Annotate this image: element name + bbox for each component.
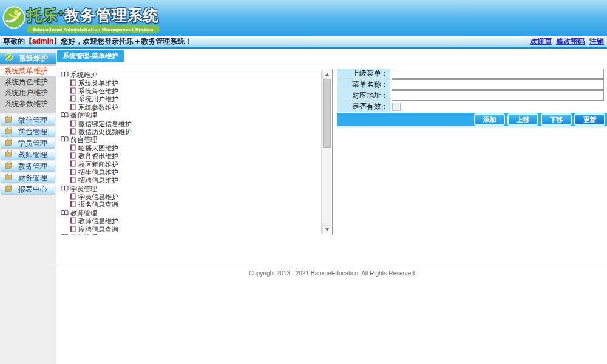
tree-node[interactable]: 系统菜单维护 bbox=[61, 79, 332, 87]
form-action-button[interactable]: 上移 bbox=[507, 113, 538, 126]
tree-node[interactable]: 系统用户维护 bbox=[61, 95, 332, 103]
form-row-active: 是否有效： bbox=[337, 101, 607, 112]
tree-node[interactable]: 校区新闻维护 bbox=[61, 160, 332, 168]
tree-scrollbar[interactable] bbox=[321, 70, 331, 234]
book-icon bbox=[69, 177, 76, 184]
main-content: 系统管理-菜单维护 bbox=[56, 49, 607, 364]
tab-menu-maintenance[interactable]: 系统管理-菜单维护 bbox=[57, 50, 124, 62]
sidebar-section-item[interactable]: 教师管理 bbox=[1, 150, 55, 160]
logo-title-green: 托乐 bbox=[27, 7, 58, 24]
book-icon bbox=[69, 128, 76, 136]
sidebar-submenu-item[interactable]: 系统角色维护 bbox=[0, 76, 56, 87]
welcome-prefix: 尊敬的【 bbox=[3, 37, 32, 46]
menu-tree-panel: 系统维护 bbox=[58, 69, 333, 235]
open-book-icon bbox=[61, 234, 69, 235]
sidebar-submenu-item[interactable]: 系统菜单维护 bbox=[0, 66, 56, 76]
tree-node[interactable]: 系统维护 bbox=[61, 71, 332, 79]
sidebar-submenu-item[interactable]: 系统用户维护 bbox=[0, 87, 56, 98]
tree-node[interactable]: 系统角色维护 bbox=[61, 87, 332, 95]
book-icon bbox=[69, 226, 76, 234]
tree-node[interactable]: 学员管理 bbox=[61, 184, 332, 192]
header-link[interactable]: 修改密码 bbox=[556, 37, 585, 46]
scroll-up-icon[interactable] bbox=[322, 70, 331, 79]
menu-tree: 系统维护 bbox=[58, 69, 332, 235]
sidebar-section-item[interactable]: 教务管理 bbox=[1, 161, 55, 171]
leaf-icon bbox=[5, 53, 13, 63]
sidebar-submenu: 系统菜单维护系统角色维护系统用户维护系统参数维护 bbox=[0, 64, 56, 113]
scrollbar-thumb[interactable] bbox=[323, 79, 331, 148]
sidebar-section-item[interactable]: 报表中心 bbox=[1, 184, 55, 194]
book-icon bbox=[69, 152, 76, 160]
menu-name-input[interactable] bbox=[392, 79, 604, 90]
tree-node[interactable]: 招生信息维护 bbox=[61, 169, 332, 177]
tree-node[interactable]: 学员信息维护 bbox=[61, 193, 332, 201]
welcome-username: admin bbox=[32, 37, 53, 46]
book-icon bbox=[69, 144, 76, 152]
scroll-down-icon[interactable] bbox=[322, 225, 331, 234]
url-input[interactable] bbox=[392, 90, 604, 101]
open-book-icon bbox=[61, 112, 69, 120]
open-book-icon bbox=[61, 71, 69, 79]
sidebar-section-system-maintenance[interactable]: 系统维护 bbox=[0, 53, 56, 64]
open-book-icon bbox=[61, 136, 69, 144]
logo-title: 托乐+教务管理系统 bbox=[27, 4, 160, 24]
header-link[interactable]: 注销 bbox=[589, 37, 604, 46]
sidebar-section-item[interactable]: 财务管理 bbox=[1, 173, 55, 183]
content-area: 系统维护 bbox=[56, 64, 607, 235]
book-icon bbox=[69, 79, 76, 87]
tree-node[interactable]: 微信绑定信息维护 bbox=[61, 120, 332, 127]
tree-node[interactable]: 报名信息查询 bbox=[61, 201, 332, 209]
sidebar-collapsed-sections: 微信管理 前台管理 bbox=[0, 113, 56, 194]
tree-node[interactable]: 教育资讯维护 bbox=[61, 152, 332, 160]
tree-node[interactable]: 应聘信息查询 bbox=[61, 225, 332, 233]
parent-menu-input[interactable] bbox=[392, 69, 604, 79]
book-icon bbox=[69, 169, 76, 177]
tree-node[interactable]: 前台管理 bbox=[61, 136, 332, 144]
form-action-button[interactable]: 下移 bbox=[541, 113, 572, 126]
book-icon bbox=[69, 193, 76, 201]
tree-node[interactable]: 轮播大图维护 bbox=[61, 144, 332, 152]
tree-node[interactable]: 招聘信息维护 bbox=[61, 177, 332, 184]
tree-node[interactable]: 系统参数维护 bbox=[61, 104, 332, 112]
folder-icon bbox=[5, 184, 13, 194]
menu-name-label: 菜单名称： bbox=[337, 79, 390, 90]
header-link[interactable]: 欢迎页 bbox=[530, 37, 552, 46]
tree-node[interactable]: 教师信息维护 bbox=[61, 217, 332, 225]
logo-person-icon bbox=[2, 6, 25, 32]
book-icon bbox=[69, 201, 76, 209]
form-action-button[interactable]: 添加 bbox=[474, 113, 505, 126]
sidebar-section-item[interactable]: 学员管理 bbox=[1, 138, 55, 148]
form-row-menu-name: 菜单名称： bbox=[337, 79, 607, 90]
sidebar-section-label: 系统维护 bbox=[19, 53, 48, 64]
tab-bar: 系统管理-菜单维护 bbox=[56, 49, 607, 64]
menu-form-panel: 上级菜单： 菜单名称： 对应地址： 是否有效： bbox=[337, 69, 607, 128]
form-button-bar: 添加上移下移更新 bbox=[337, 113, 607, 128]
active-checkbox[interactable] bbox=[392, 103, 401, 111]
book-icon bbox=[69, 104, 76, 112]
welcome-text: 尊敬的【admin】您好，欢迎您登录托乐＋教务管理系统！ bbox=[3, 36, 192, 47]
sidebar-submenu-item[interactable]: 系统参数维护 bbox=[0, 98, 56, 109]
logo-plus-sign: + bbox=[58, 7, 64, 18]
form-action-button[interactable]: 更新 bbox=[574, 113, 605, 126]
app-header: 托乐+教务管理系统 Educational Administration Man… bbox=[0, 0, 607, 36]
tree-node[interactable]: 教师管理 bbox=[61, 209, 332, 217]
main-layout: 系统维护 系统菜单维护系统角色维护系统用户维护系统参数维护 微信管理 bbox=[0, 49, 607, 364]
folder-icon bbox=[5, 173, 13, 183]
sidebar: 系统维护 系统菜单维护系统角色维护系统用户维护系统参数维护 微信管理 bbox=[0, 49, 56, 364]
parent-menu-label: 上级菜单： bbox=[337, 69, 390, 79]
welcome-suffix: 】您好，欢迎您登录托乐＋教务管理系统！ bbox=[53, 37, 192, 46]
book-icon bbox=[69, 87, 76, 95]
folder-icon bbox=[5, 161, 13, 171]
logo-tagline: Educational Administration Management Sy… bbox=[27, 25, 160, 33]
sidebar-section-item[interactable]: 微信管理 bbox=[1, 115, 55, 125]
open-book-icon bbox=[61, 185, 69, 193]
app-logo: 托乐+教务管理系统 Educational Administration Man… bbox=[2, 4, 160, 33]
folder-icon bbox=[5, 115, 13, 125]
tree-node[interactable]: 微信管理 bbox=[61, 112, 332, 120]
tree-node[interactable]: 微信历史视频维护 bbox=[61, 128, 332, 136]
book-icon bbox=[69, 95, 76, 103]
logo-text-block: 托乐+教务管理系统 Educational Administration Man… bbox=[27, 4, 160, 33]
url-label: 对应地址： bbox=[337, 90, 390, 101]
sidebar-section-item[interactable]: 前台管理 bbox=[1, 127, 55, 136]
page: 托乐+教务管理系统 Educational Administration Man… bbox=[0, 0, 607, 364]
